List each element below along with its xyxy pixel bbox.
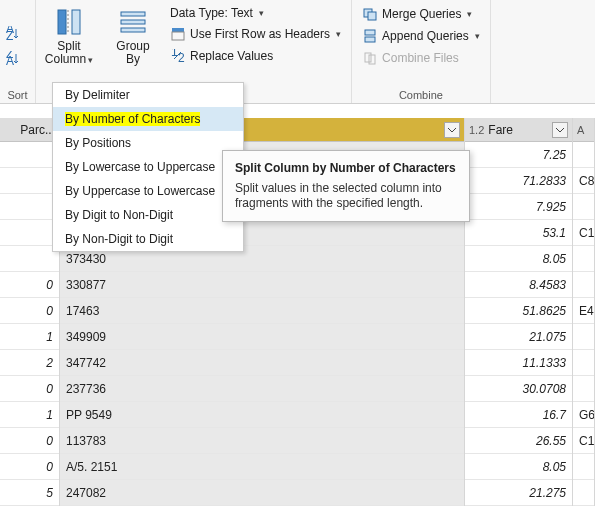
table-cell[interactable]: [573, 324, 594, 350]
chevron-down-icon: ▾: [467, 9, 472, 19]
menu-item-by-number-of-characters[interactable]: By Number of Characters: [53, 107, 243, 131]
table-cell[interactable]: 1: [0, 324, 59, 350]
table-cell[interactable]: 0: [0, 376, 59, 402]
table-cell[interactable]: C1: [573, 220, 594, 246]
filter-dropdown-button[interactable]: [444, 122, 460, 138]
table-cell[interactable]: 71.2833: [465, 168, 572, 194]
filter-dropdown-button[interactable]: [552, 122, 568, 138]
table-cell[interactable]: 0: [0, 428, 59, 454]
tooltip: Split Column by Number of Characters Spl…: [222, 150, 470, 222]
svg-rect-7: [121, 12, 145, 16]
merge-queries-button[interactable]: Merge Queries▾: [358, 4, 484, 24]
table-cell[interactable]: [0, 142, 59, 168]
sort-group: AZ ZA Sort: [0, 0, 36, 103]
menu-item-by-positions[interactable]: By Positions: [53, 131, 243, 155]
table-cell[interactable]: 1: [0, 402, 59, 428]
table-cell[interactable]: [573, 480, 594, 506]
data-type-button[interactable]: Data Type: Text▾: [166, 4, 345, 22]
table-cell[interactable]: PP 9549: [60, 402, 464, 428]
menu-item-by-lowercase-to-uppercase[interactable]: By Lowercase to Uppercase: [53, 155, 243, 179]
table-cell[interactable]: [0, 194, 59, 220]
table-cell[interactable]: 16.7: [465, 402, 572, 428]
table-cell[interactable]: 0: [0, 272, 59, 298]
table-cell[interactable]: E4: [573, 298, 594, 324]
table-cell[interactable]: 8.4583: [465, 272, 572, 298]
table-cell[interactable]: [0, 168, 59, 194]
svg-rect-16: [365, 30, 375, 35]
first-row-headers-button[interactable]: Use First Row as Headers▾: [166, 24, 345, 44]
table-cell[interactable]: 113783: [60, 428, 464, 454]
chevron-down-icon: ▾: [88, 55, 93, 65]
sort-group-label: Sort: [6, 87, 29, 103]
tooltip-body: Split values in the selected column into…: [235, 181, 457, 211]
table-cell[interactable]: 26.55: [465, 428, 572, 454]
table-cell[interactable]: C1: [573, 428, 594, 454]
split-column-menu: By Delimiter By Number of Characters By …: [52, 82, 244, 252]
column-header-extra[interactable]: A: [573, 118, 594, 142]
merge-icon: [362, 6, 378, 22]
column-header-fare[interactable]: 1.2 Fare: [465, 118, 572, 142]
combine-group: Merge Queries▾ Append Queries▾ Combine F…: [352, 0, 491, 103]
table-cell[interactable]: [573, 246, 594, 272]
table-cell[interactable]: 2: [0, 350, 59, 376]
table-cell[interactable]: [573, 272, 594, 298]
table-cell[interactable]: 5: [0, 480, 59, 506]
svg-rect-11: [172, 32, 184, 40]
table-cell[interactable]: [573, 194, 594, 220]
table-cell[interactable]: 8.05: [465, 454, 572, 480]
table-cell[interactable]: [0, 246, 59, 272]
svg-text:1: 1: [171, 49, 178, 59]
svg-rect-17: [365, 37, 375, 42]
table-cell[interactable]: 53.1: [465, 220, 572, 246]
menu-item-by-uppercase-to-lowercase[interactable]: By Uppercase to Lowercase: [53, 179, 243, 203]
tooltip-title: Split Column by Number of Characters: [235, 161, 457, 175]
svg-rect-19: [369, 55, 375, 64]
table-cell[interactable]: 17463: [60, 298, 464, 324]
combine-group-label: Combine: [358, 87, 484, 103]
table-cell[interactable]: [573, 376, 594, 402]
svg-rect-8: [121, 20, 145, 24]
table-cell[interactable]: 349909: [60, 324, 464, 350]
table-cell[interactable]: 21.275: [465, 480, 572, 506]
column-fare: 1.2 Fare 7.2571.28337.92553.18.058.45835…: [465, 118, 573, 506]
sort-desc-icon[interactable]: ZA: [6, 51, 26, 70]
table-cell[interactable]: 30.0708: [465, 376, 572, 402]
append-queries-button[interactable]: Append Queries▾: [358, 26, 484, 46]
table-cell[interactable]: C8: [573, 168, 594, 194]
table-cell[interactable]: 347742: [60, 350, 464, 376]
svg-rect-10: [172, 28, 184, 32]
combine-files-button[interactable]: Combine Files: [358, 48, 484, 68]
table-cell[interactable]: [573, 350, 594, 376]
table-cell[interactable]: 0: [0, 298, 59, 324]
group-by-button[interactable]: Group By: [102, 2, 164, 87]
svg-text:A: A: [6, 54, 14, 67]
table-cell[interactable]: 247082: [60, 480, 464, 506]
menu-item-by-digit-to-non-digit[interactable]: By Digit to Non-Digit: [53, 203, 243, 227]
group-by-icon: [117, 6, 149, 38]
table-cell[interactable]: A/5. 2151: [60, 454, 464, 480]
append-icon: [362, 28, 378, 44]
menu-item-by-non-digit-to-digit[interactable]: By Non-Digit to Digit: [53, 227, 243, 251]
menu-item-by-delimiter[interactable]: By Delimiter: [53, 83, 243, 107]
combine-files-icon: [362, 50, 378, 66]
table-cell[interactable]: 237736: [60, 376, 464, 402]
table-cell[interactable]: [0, 220, 59, 246]
svg-text:Z: Z: [6, 29, 13, 42]
column-extra: A C8C1E4G6C1: [573, 118, 595, 506]
replace-values-button[interactable]: 12 Replace Values: [166, 46, 345, 66]
table-cell[interactable]: 8.05: [465, 246, 572, 272]
sort-asc-icon[interactable]: AZ: [6, 26, 26, 45]
table-cell[interactable]: 7.925: [465, 194, 572, 220]
table-cell[interactable]: 330877: [60, 272, 464, 298]
column-header-parc[interactable]: Parc...: [0, 118, 59, 142]
table-cell[interactable]: 11.1333: [465, 350, 572, 376]
table-cell[interactable]: 0: [0, 454, 59, 480]
table-cell[interactable]: G6: [573, 402, 594, 428]
split-column-button[interactable]: Split Column▾: [38, 2, 100, 87]
table-cell[interactable]: 51.8625: [465, 298, 572, 324]
table-cell[interactable]: [573, 454, 594, 480]
table-cell[interactable]: [573, 142, 594, 168]
table-cell[interactable]: 21.075: [465, 324, 572, 350]
table-cell[interactable]: 7.25: [465, 142, 572, 168]
svg-rect-5: [72, 10, 80, 34]
